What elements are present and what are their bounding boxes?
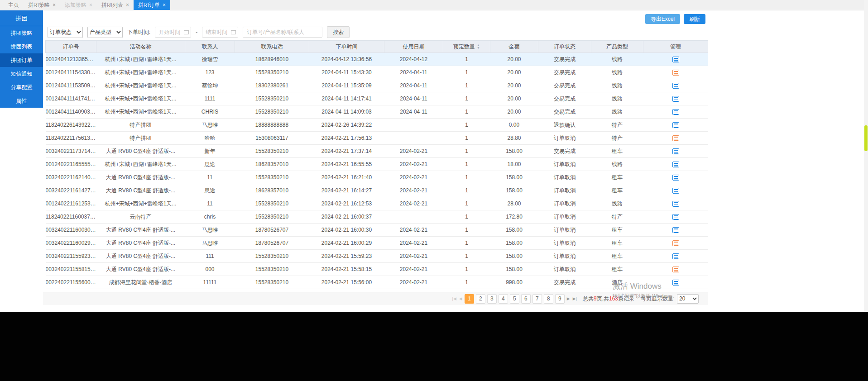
page-button-8[interactable]: 8 [544,294,553,304]
cell-order_time: 2024-04-11 15:35:09 [309,79,384,92]
sidebar-item-list[interactable]: 拼团列表 [0,40,43,53]
cell-manage [643,79,708,92]
tab-group-strategy[interactable]: 拼团策略× [24,0,60,10]
cell-type: 酒店 [591,276,643,289]
page-button-7[interactable]: 7 [532,294,542,304]
cell-activity: 杭州+宋城+西湖+雷峰塔1天... [96,158,185,171]
sidebar-item-attributes[interactable]: 属性 [0,94,43,108]
sort-icon[interactable]: ▲▼ [477,44,480,49]
tab-group-orders[interactable]: 拼团订单× [134,0,170,10]
order-status-select[interactable]: 订单状态 [48,27,83,38]
cell-qty: 1 [443,132,490,145]
cell-use_date: 2024-02-21 [384,171,443,184]
cell-use_date [384,119,443,132]
tab-home[interactable]: 主页 [4,0,24,10]
cell-order_time: 2024-02-21 15:58:15 [309,263,384,276]
cell-manage [643,66,708,79]
manage-icon[interactable] [672,214,679,220]
page-button-9[interactable]: 9 [555,294,565,304]
cell-activity: 特产拼团 [96,132,185,145]
tab-close-icon[interactable]: × [126,2,129,8]
calendar-icon[interactable] [231,30,236,34]
cell-order_no: 00124022116125351910 [46,197,96,210]
first-page-button[interactable]: |◀ [452,296,456,301]
page-button-3[interactable]: 3 [487,294,497,304]
keyword-search-input[interactable] [243,27,322,38]
page-button-4[interactable]: 4 [499,294,508,304]
cell-manage [643,145,708,158]
manage-icon[interactable] [672,188,679,194]
sidebar-item-orders[interactable]: 拼团订单 [0,53,43,67]
last-page-button[interactable]: ▶| [573,296,577,301]
cell-qty: 1 [443,79,490,92]
cell-status: 订单取消 [538,197,591,210]
pagination-pages: 123456789 [464,294,566,304]
manage-icon[interactable] [672,227,679,233]
manage-icon[interactable] [672,267,679,272]
tab-bar: 主页拼团策略×添加策略×拼团列表×拼团订单× [0,0,868,10]
cell-manage [643,224,708,237]
refresh-button[interactable]: 刷新 [684,14,705,24]
cell-order_time: 2024-02-26 14:39:22 [309,119,384,132]
sidebar-item-sms[interactable]: 短信通知 [0,67,43,81]
tab-close-icon[interactable]: × [89,2,92,8]
manage-icon[interactable] [672,175,679,181]
black-bottom-area [0,312,868,381]
cell-amount: 20.00 [490,53,538,66]
manage-icon[interactable] [672,162,679,167]
cell-type: 线路 [591,92,643,105]
cell-status: 订单取消 [538,263,591,276]
cell-type: 租车 [591,171,643,184]
page-button-6[interactable]: 6 [521,294,531,304]
cell-contact: chris [185,210,235,224]
prev-page-button[interactable]: ◀ [459,296,462,301]
screen: 主页拼团策略×添加策略×拼团列表×拼团订单× 拼团 拼团策略拼团列表拼团订单短信… [0,0,868,381]
cell-amount: 158.00 [490,263,538,276]
cell-qty: 1 [443,197,490,210]
manage-icon[interactable] [672,96,679,102]
manage-icon[interactable] [672,109,679,115]
tab-group-list[interactable]: 拼团列表× [97,0,134,10]
calendar-icon[interactable] [184,30,189,34]
page-size-select[interactable]: 20 [677,294,699,304]
table-header-row: 订单号活动名称联系人联系电话下单时间使用日期预定数量▲▼金额订单状态产品类型管理 [46,41,708,53]
sidebar-item-strategy[interactable]: 拼团策略 [0,26,43,40]
export-excel-button[interactable]: 导出Excel [645,14,680,24]
tab-label: 拼团列表 [101,1,123,9]
cell-manage [643,276,708,289]
manage-icon[interactable] [672,253,679,259]
manage-icon[interactable] [672,70,679,76]
column-header-qty[interactable]: 预定数量▲▼ [443,41,490,53]
page-button-2[interactable]: 2 [476,294,485,304]
manage-icon[interactable] [672,57,679,62]
scrollbar[interactable] [864,0,868,312]
column-header-phone: 联系电话 [235,41,309,53]
cell-activity: 成都浔里花间堂·栖香·酒店 [96,276,185,289]
column-label: 联系人 [202,43,218,50]
manage-icon[interactable] [672,83,679,89]
column-label: 活动名称 [130,43,152,50]
search-button[interactable]: 搜索 [327,26,350,38]
cell-use_date: 2024-02-21 [384,237,443,250]
scrollbar-thumb[interactable] [864,125,868,151]
column-label: 下单时间 [336,43,358,50]
manage-icon[interactable] [672,201,679,207]
manage-icon[interactable] [672,240,679,246]
cell-activity: 杭州+宋城+西湖+雷峰塔1天... [96,105,185,119]
sidebar-item-share[interactable]: 分享配置 [0,81,43,94]
tab-close-icon[interactable]: × [163,2,166,8]
manage-icon[interactable] [672,135,679,141]
cell-order_time: 2024-02-21 17:56:13 [309,132,384,145]
tab-add-strategy[interactable]: 添加策略× [60,0,97,10]
manage-icon[interactable] [672,280,679,286]
summary-prefix: 总共 [583,295,594,302]
page-button-1[interactable]: 1 [465,294,474,304]
page-button-5[interactable]: 5 [510,294,519,304]
summary-mid: 页,共 [597,295,609,302]
manage-icon[interactable] [672,148,679,154]
next-page-button[interactable]: ▶ [567,296,570,301]
tab-close-icon[interactable]: × [53,2,56,8]
manage-icon[interactable] [672,122,679,128]
cell-order_time: 2024-04-11 14:17:41 [309,92,384,105]
product-type-select[interactable]: 产品类型 [87,27,123,38]
